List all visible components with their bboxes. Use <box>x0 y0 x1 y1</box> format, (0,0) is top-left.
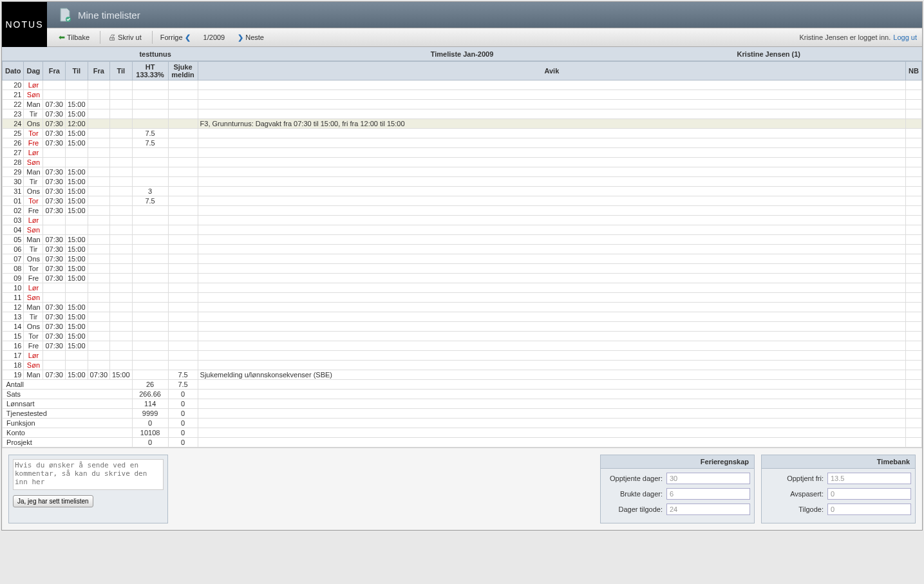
summary-label: Prosjekt <box>3 438 133 447</box>
table-row[interactable]: 16Fre07:3015:00 <box>3 341 922 351</box>
cell-fra1: 07:30 <box>43 274 66 283</box>
cell-sjuke: 7.5 <box>168 370 198 380</box>
cell-sjuke <box>168 274 198 283</box>
table-row[interactable]: 11Søn <box>3 293 922 303</box>
table-row[interactable]: 10Lør <box>3 283 922 293</box>
cell-avik <box>198 187 906 196</box>
table-row[interactable]: 21Søn <box>3 90 922 100</box>
cell-ht <box>132 225 168 235</box>
table-row[interactable]: 13Tir07:3015:00 <box>3 312 922 322</box>
table-row[interactable]: 06Tir07:3015:00 <box>3 245 922 254</box>
cell-sjuke <box>168 312 198 322</box>
cell-fra2 <box>88 158 110 167</box>
back-button[interactable]: ⬅ Tilbake <box>53 31 95 44</box>
cell-til2 <box>110 138 133 148</box>
table-row[interactable]: 30Tir07:3015:00 <box>3 177 922 187</box>
cell-til1 <box>65 148 88 158</box>
cell-dag: Tir <box>24 245 43 254</box>
cell-til2: 15:00 <box>110 370 133 380</box>
cell-dag: Tir <box>24 312 43 322</box>
cell-ht <box>132 264 168 274</box>
table-row[interactable]: 25Tor07:3015:007.5 <box>3 129 922 138</box>
cell-ht <box>132 303 168 312</box>
opptjente-label: Opptjente dager: <box>605 475 666 482</box>
comment-input[interactable] <box>13 459 164 490</box>
next-button[interactable]: ❯ Neste <box>232 32 269 44</box>
cell-sjuke <box>168 264 198 274</box>
cell-nb <box>906 80 922 90</box>
cell-til2 <box>110 264 133 274</box>
cell-fra2 <box>88 206 110 216</box>
cell-fra1 <box>43 148 66 158</box>
table-row[interactable]: 31Ons07:3015:003 <box>3 187 922 196</box>
table-row[interactable]: 28Søn <box>3 158 922 167</box>
summary-empty <box>906 419 922 428</box>
col-dag: Dag <box>24 62 43 80</box>
cell-nb <box>906 370 922 380</box>
summary-empty <box>198 390 906 399</box>
cell-dato: 04 <box>3 225 24 235</box>
summary-row: Tjenestested99990 <box>3 409 922 419</box>
cell-sjuke <box>168 148 198 158</box>
table-row[interactable]: 29Man07:3015:00 <box>3 167 922 177</box>
table-row[interactable]: 19Man07:3015:0007:3015:007.5Sjukemelding… <box>3 370 922 380</box>
summary-ht: 114 <box>132 399 168 409</box>
logout-link[interactable]: Logg ut <box>893 33 917 41</box>
cell-dato: 15 <box>3 332 24 341</box>
prev-button[interactable]: Forrige ❮ <box>155 32 196 44</box>
cell-dato: 29 <box>3 167 24 177</box>
cell-nb <box>906 167 922 177</box>
cell-til1: 15:00 <box>65 370 88 380</box>
cell-avik <box>198 274 906 283</box>
table-row[interactable]: 01Tor07:3015:007.5 <box>3 196 922 206</box>
cell-dag: Søn <box>24 90 43 100</box>
cell-sjuke <box>168 129 198 138</box>
separator <box>152 31 153 44</box>
table-row[interactable]: 15Tor07:3015:00 <box>3 332 922 341</box>
table-row[interactable]: 22Man07:3015:00 <box>3 100 922 109</box>
table-row[interactable]: 23Tir07:3015:00 <box>3 109 922 119</box>
cell-dato: 18 <box>3 361 24 370</box>
cell-til1: 15:00 <box>65 129 88 138</box>
print-label: Skriv ut <box>118 33 142 41</box>
table-row[interactable]: 08Tor07:3015:00 <box>3 264 922 274</box>
table-row[interactable]: 03Lør <box>3 216 922 225</box>
summary-empty <box>906 428 922 438</box>
table-row[interactable]: 26Fre07:3015:007.5 <box>3 138 922 148</box>
cell-dato: 12 <box>3 303 24 312</box>
cell-ht <box>132 341 168 351</box>
cell-nb <box>906 293 922 303</box>
table-row[interactable]: 18Søn <box>3 361 922 370</box>
table-row[interactable]: 05Man07:3015:00 <box>3 235 922 245</box>
table-row[interactable]: 04Søn <box>3 225 922 235</box>
page-title: Mine timelister <box>78 10 140 21</box>
cell-sjuke <box>168 119 198 129</box>
cell-dag: Fre <box>24 341 43 351</box>
table-row[interactable]: 07Ons07:3015:00 <box>3 254 922 264</box>
table-row[interactable]: 09Fre07:3015:00 <box>3 274 922 283</box>
table-row[interactable]: 27Lør <box>3 148 922 158</box>
table-row[interactable]: 17Lør <box>3 351 922 361</box>
table-row[interactable]: 02Fre07:3015:00 <box>3 206 922 216</box>
cell-til2 <box>110 293 133 303</box>
summary-row: Funksjon00 <box>3 419 922 428</box>
cell-dato: 08 <box>3 264 24 274</box>
cell-ht <box>132 206 168 216</box>
table-row[interactable]: 20Lør <box>3 80 922 90</box>
summary-empty <box>198 419 906 428</box>
dager-tilgode-label: Dager tilgode: <box>605 505 666 513</box>
summary-sjuke: 7.5 <box>168 380 198 390</box>
cell-fra2 <box>88 341 110 351</box>
cell-fra2 <box>88 303 110 312</box>
table-row[interactable]: 12Man07:3015:00 <box>3 303 922 312</box>
confirm-button[interactable]: Ja, jeg har sett timelisten <box>13 495 93 507</box>
cell-sjuke <box>168 100 198 109</box>
table-row[interactable]: 24Ons07:3012:00F3, Grunnturnus: Dagvakt … <box>3 119 922 129</box>
cell-avik <box>198 225 906 235</box>
table-row[interactable]: 14Ons07:3015:00 <box>3 322 922 332</box>
print-button[interactable]: 🖨 Skriv ut <box>103 31 147 44</box>
cell-til1: 15:00 <box>65 235 88 245</box>
cell-ht <box>132 361 168 370</box>
cell-fra2 <box>88 167 110 177</box>
cell-ht: 3 <box>132 187 168 196</box>
